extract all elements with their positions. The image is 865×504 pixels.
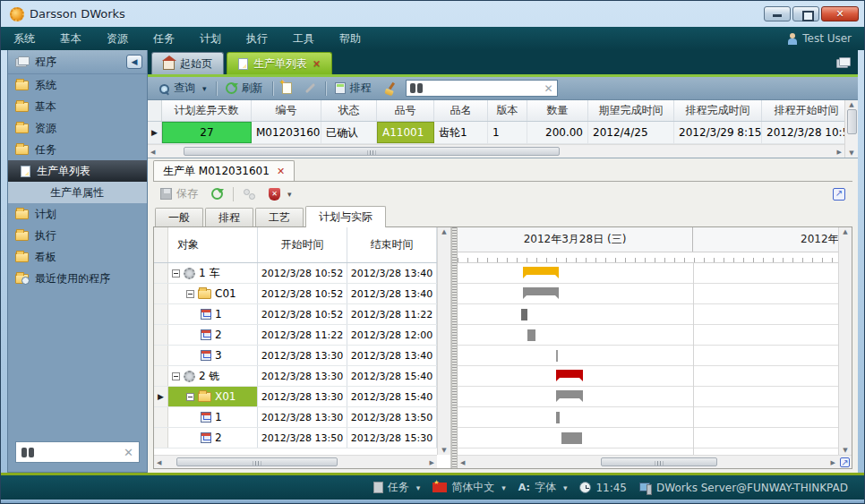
column-header-9[interactable]: 排程开始时间 (762, 100, 844, 121)
column-header-4[interactable]: 品名 (434, 100, 488, 121)
column-header-1[interactable]: 编号 (252, 100, 321, 121)
sidebar-search-clear-icon[interactable]: ✕ (124, 446, 133, 459)
tree-row-1[interactable]: C012012/3/28 10:522012/3/28 13:40 (154, 284, 437, 304)
column-header-5[interactable]: 版本 (488, 100, 527, 121)
status-item-1[interactable]: 简体中文 (432, 480, 506, 495)
gantt-vscrollbar[interactable]: ▲ ▼ (838, 227, 852, 455)
sidebar-item-2[interactable]: 资源 (8, 117, 147, 139)
tree-row-7[interactable]: 12012/3/28 13:302012/3/28 13:50 (154, 407, 437, 428)
refresh-button[interactable]: 刷新 (222, 79, 267, 98)
gantt-bar-task-2[interactable] (521, 309, 527, 320)
tree-row-2[interactable]: 12012/3/28 10:522012/3/28 11:22 (154, 304, 437, 325)
tab-close-icon[interactable]: ✕ (313, 58, 321, 70)
tree-column-header-2[interactable]: 结束时间 (347, 227, 437, 262)
gantt-bar-summary-1[interactable] (523, 287, 559, 295)
gantt-hscrollbar[interactable]: ◀ ▶ (458, 455, 838, 468)
sidebar-item-8[interactable]: 看板 (8, 246, 147, 268)
orders-hscrollbar[interactable]: ◀ ▶ (148, 144, 844, 158)
menu-item-6[interactable]: 工具 (293, 32, 314, 45)
tree-hscrollbar[interactable]: ◀ ▶ (154, 455, 437, 468)
tree-row-4[interactable]: 32012/3/28 13:302012/3/28 13:40 (154, 346, 437, 366)
status-item-0[interactable]: 任务 (373, 480, 421, 495)
close-button[interactable] (821, 6, 859, 21)
order-doc-tab-close-icon[interactable]: ✕ (277, 166, 285, 177)
sidebar-item-4[interactable]: 生产单列表 (8, 160, 147, 182)
order-row[interactable]: ▶27M012031601已确认A11001齿轮11200.002012/4/2… (148, 122, 844, 144)
schedule-button[interactable]: 排程 (331, 79, 375, 98)
gantt-bar-task-3[interactable] (527, 329, 535, 341)
gantt-bar-task-8[interactable] (561, 432, 582, 444)
orders-search-clear-icon[interactable]: ✕ (544, 82, 552, 95)
subtab-2[interactable]: 工艺 (255, 208, 304, 227)
gantt-bar-task-7[interactable] (556, 412, 560, 423)
gantt-popout-button[interactable] (838, 455, 852, 468)
sidebar-item-9[interactable]: 最近使用的程序 (8, 268, 147, 289)
sidebar-item-3[interactable]: 任务 (8, 139, 147, 160)
sidebar-collapse-button[interactable]: ◀ (126, 55, 142, 69)
menu-item-2[interactable]: 资源 (107, 32, 128, 45)
menu-item-3[interactable]: 任务 (153, 32, 175, 45)
tree-column-header-0[interactable]: 对象 (168, 227, 258, 262)
maximize-button[interactable] (792, 6, 819, 21)
tree-row-0[interactable]: 1 车2012/3/28 10:522012/3/28 13:40 (154, 263, 437, 284)
column-header-8[interactable]: 排程完成时间 (674, 100, 762, 121)
clear-button[interactable] (381, 81, 400, 97)
menu-item-1[interactable]: 基本 (60, 32, 81, 45)
sidebar-item-1[interactable]: 基本 (8, 96, 147, 117)
sidebar-search-input[interactable] (34, 446, 124, 458)
tree-object-cell: 2 (168, 428, 258, 448)
status-item-2[interactable]: A:字体 (518, 480, 568, 495)
orders-vscrollbar[interactable]: ▲ ▼ (844, 100, 858, 158)
sidebar-item-0[interactable]: 系统 (8, 74, 147, 96)
collapse-toggle-icon[interactable] (172, 372, 180, 380)
popout-icon[interactable] (833, 188, 845, 201)
sidebar-item-7[interactable]: 执行 (8, 225, 147, 246)
edit-button[interactable] (301, 85, 320, 91)
current-user[interactable]: Test User (787, 32, 852, 45)
tree-vscrollbar[interactable]: ▲ ▼ (437, 227, 450, 455)
sidebar-item-6[interactable]: 计划 (8, 203, 147, 225)
collapse-toggle-icon[interactable] (186, 393, 194, 401)
detail-refresh-button[interactable] (208, 186, 227, 201)
tab-list-icon[interactable] (836, 57, 851, 68)
column-header-7[interactable]: 期望完成时间 (588, 100, 674, 121)
gantt-bar-task-4[interactable] (556, 350, 558, 362)
relation-button[interactable] (240, 187, 259, 201)
subtab-3[interactable]: 计划与实际 (305, 206, 386, 227)
menu-item-5[interactable]: 执行 (246, 32, 268, 45)
order-doc-tab[interactable]: 生产单 M012031601 ✕ (153, 160, 295, 181)
column-header-6[interactable]: 数量 (527, 100, 588, 121)
orders-search-input[interactable] (426, 82, 541, 95)
collapse-toggle-icon[interactable] (186, 290, 194, 298)
cancel-confirm-button[interactable] (265, 186, 295, 202)
tab-1[interactable]: 生产单列表✕ (227, 52, 332, 74)
menu-item-4[interactable]: 计划 (200, 32, 221, 45)
tree-row-3[interactable]: 22012/3/28 11:222012/3/28 12:00 (154, 325, 437, 346)
order-cell-3: A11001 (377, 122, 434, 143)
tree-column-header-1[interactable]: 开始时间 (258, 227, 347, 262)
subtab-0[interactable]: 一般 (155, 208, 203, 227)
tree-end-cell: 2012/3/28 11:22 (347, 304, 437, 324)
column-header-3[interactable]: 品号 (377, 100, 434, 121)
menu-item-0[interactable]: 系统 (13, 32, 35, 45)
query-button[interactable]: 查询 (155, 79, 210, 98)
tree-row-6[interactable]: ▶X012012/3/28 13:302012/3/28 15:40 (154, 387, 437, 407)
collapse-toggle-icon[interactable] (172, 269, 180, 278)
subtab-1[interactable]: 排程 (205, 208, 253, 227)
tree-row-5[interactable]: 2 铣2012/3/28 13:302012/3/28 15:40 (154, 366, 437, 387)
gantt-bar-summary-5[interactable] (556, 370, 583, 378)
tree-row-8[interactable]: 22012/3/28 13:502012/3/28 15:30 (154, 428, 437, 448)
column-header-0[interactable]: 计划差异天数 (162, 100, 252, 121)
tree-gantt-splitter[interactable] (451, 227, 458, 468)
minimize-button[interactable] (764, 6, 791, 21)
gantt-bar-summary-0[interactable] (523, 267, 559, 275)
save-button[interactable]: 保存 (157, 184, 201, 203)
sidebar-item-5[interactable]: 生产单属性 (8, 182, 147, 203)
column-header-2[interactable]: 状态 (321, 100, 377, 121)
gantt-bar-summary-6[interactable] (556, 390, 583, 398)
new-button[interactable] (278, 81, 295, 96)
tree-node-label: 1 车 (199, 266, 219, 281)
tab-0[interactable]: 起始页 (151, 52, 224, 74)
detail-toolbar: 保存 (153, 182, 852, 206)
menu-item-7[interactable]: 帮助 (339, 32, 361, 45)
